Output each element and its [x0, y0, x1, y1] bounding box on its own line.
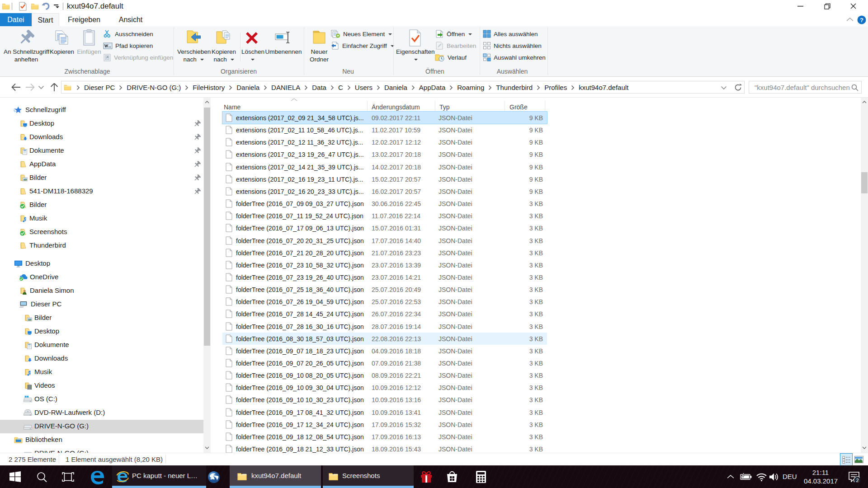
svg-text:?: ? [860, 17, 863, 23]
svg-text:2: 2 [856, 478, 859, 483]
